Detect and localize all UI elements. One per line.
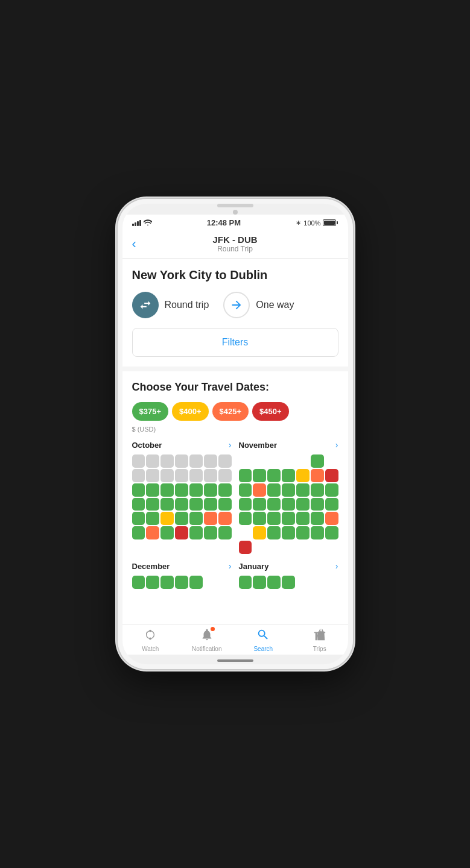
calendar-cell[interactable]	[146, 576, 159, 589]
calendar-cell[interactable]	[204, 454, 217, 468]
calendar-cell[interactable]	[253, 469, 266, 482]
calendar-cell[interactable]	[296, 483, 310, 497]
calendar-cell[interactable]	[239, 541, 252, 554]
calendar-cell[interactable]	[325, 512, 338, 525]
calendar-cell[interactable]	[204, 469, 217, 482]
calendar-cell[interactable]	[160, 498, 174, 511]
calendar-cell[interactable]	[160, 512, 174, 525]
calendar-cell[interactable]	[325, 526, 338, 539]
calendar-cell[interactable]	[311, 526, 324, 539]
calendar-cell[interactable]	[296, 498, 310, 511]
calendar-cell[interactable]	[175, 498, 188, 511]
calendar-cell[interactable]	[218, 454, 232, 468]
november-nav[interactable]: ›	[335, 440, 338, 450]
calendar-cell[interactable]	[239, 576, 252, 589]
calendar-cell[interactable]	[146, 483, 159, 497]
price-badge-425[interactable]: $425+	[212, 402, 249, 421]
calendar-cell[interactable]	[218, 512, 232, 525]
calendar-cell[interactable]	[175, 526, 188, 539]
calendar-cell[interactable]	[204, 498, 217, 511]
calendar-cell[interactable]	[160, 454, 174, 468]
nav-item-watch[interactable]: Watch	[122, 628, 179, 652]
calendar-cell[interactable]	[218, 526, 232, 539]
calendar-cell[interactable]	[218, 483, 232, 497]
calendar-cell[interactable]	[311, 498, 324, 511]
price-badge-400[interactable]: $400+	[172, 402, 209, 421]
calendar-cell[interactable]	[204, 526, 217, 539]
calendar-cell[interactable]	[132, 498, 145, 511]
calendar-cell[interactable]	[189, 498, 203, 511]
calendar-cell[interactable]	[146, 469, 159, 482]
calendar-cell[interactable]	[204, 512, 217, 525]
january-nav[interactable]: ›	[335, 561, 338, 571]
calendar-cell[interactable]	[189, 512, 203, 525]
back-button[interactable]: ‹	[132, 236, 136, 252]
calendar-cell[interactable]	[325, 483, 338, 497]
calendar-cell[interactable]	[253, 483, 266, 497]
calendar-cell[interactable]	[204, 483, 217, 497]
calendar-cell[interactable]	[146, 498, 159, 511]
calendar-cell[interactable]	[253, 512, 266, 525]
calendar-cell[interactable]	[282, 526, 295, 539]
price-badge-450[interactable]: $450+	[252, 402, 289, 421]
december-nav[interactable]: ›	[229, 561, 232, 571]
one-way-option[interactable]: One way	[223, 292, 294, 318]
calendar-cell[interactable]	[267, 576, 281, 589]
calendar-cell[interactable]	[282, 469, 295, 482]
calendar-cell[interactable]	[175, 576, 188, 589]
calendar-cell[interactable]	[296, 512, 310, 525]
calendar-cell[interactable]	[189, 526, 203, 539]
calendar-cell[interactable]	[296, 526, 310, 539]
filters-button[interactable]: Filters	[132, 328, 338, 357]
calendar-cell[interactable]	[282, 483, 295, 497]
nav-item-trips[interactable]: Trips	[291, 628, 348, 652]
calendar-cell[interactable]	[175, 469, 188, 482]
calendar-cell[interactable]	[189, 454, 203, 468]
calendar-cell[interactable]	[189, 483, 203, 497]
calendar-cell[interactable]	[218, 469, 232, 482]
calendar-cell[interactable]	[175, 512, 188, 525]
price-badge-375[interactable]: $375+	[132, 402, 169, 421]
calendar-cell[interactable]	[132, 576, 145, 589]
calendar-cell[interactable]	[253, 498, 266, 511]
calendar-cell[interactable]	[282, 512, 295, 525]
calendar-cell[interactable]	[189, 469, 203, 482]
calendar-cell[interactable]	[239, 512, 252, 525]
calendar-cell[interactable]	[282, 498, 295, 511]
calendar-cell[interactable]	[267, 512, 281, 525]
calendar-cell[interactable]	[132, 483, 145, 497]
calendar-cell[interactable]	[175, 454, 188, 468]
calendar-cell[interactable]	[325, 469, 338, 482]
october-nav[interactable]: ›	[229, 440, 232, 450]
calendar-cell[interactable]	[311, 454, 324, 468]
calendar-cell[interactable]	[160, 483, 174, 497]
calendar-cell[interactable]	[253, 576, 266, 589]
calendar-cell[interactable]	[311, 469, 324, 482]
calendar-cell[interactable]	[146, 526, 159, 539]
nav-item-search[interactable]: Search	[235, 628, 292, 652]
calendar-cell[interactable]	[175, 483, 188, 497]
calendar-cell[interactable]	[160, 576, 174, 589]
calendar-cell[interactable]	[325, 498, 338, 511]
calendar-cell[interactable]	[282, 576, 295, 589]
calendar-cell[interactable]	[146, 454, 159, 468]
calendar-cell[interactable]	[267, 526, 281, 539]
calendar-cell[interactable]	[160, 526, 174, 539]
calendar-cell[interactable]	[189, 576, 203, 589]
calendar-cell[interactable]	[267, 483, 281, 497]
nav-item-notification[interactable]: Notification	[179, 628, 235, 652]
calendar-cell[interactable]	[132, 454, 145, 468]
calendar-cell[interactable]	[296, 469, 310, 482]
calendar-cell[interactable]	[311, 512, 324, 525]
calendar-cell[interactable]	[253, 526, 266, 539]
round-trip-option[interactable]: Round trip	[132, 292, 209, 318]
calendar-cell[interactable]	[239, 498, 252, 511]
calendar-cell[interactable]	[218, 498, 232, 511]
home-indicator[interactable]	[217, 659, 253, 662]
calendar-cell[interactable]	[146, 512, 159, 525]
calendar-cell[interactable]	[132, 526, 145, 539]
calendar-cell[interactable]	[267, 498, 281, 511]
calendar-cell[interactable]	[132, 469, 145, 482]
calendar-cell[interactable]	[160, 469, 174, 482]
calendar-cell[interactable]	[239, 469, 252, 482]
